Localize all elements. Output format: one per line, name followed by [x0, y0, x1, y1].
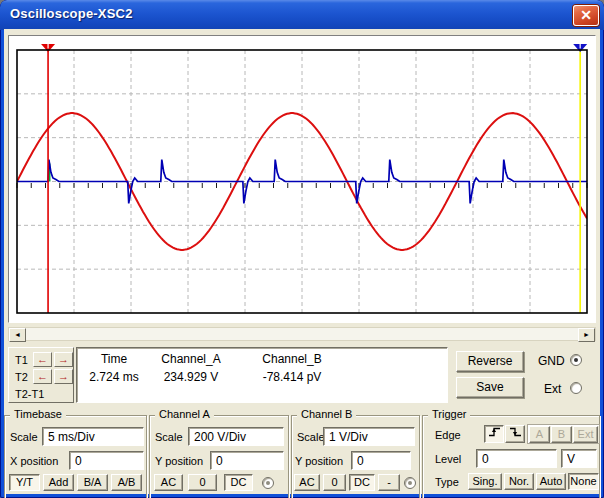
channel-a-ypos-input[interactable]	[210, 451, 284, 470]
channel-b-zero-button[interactable]: 0	[323, 474, 346, 491]
trigger-type-auto-button[interactable]: Auto	[536, 473, 566, 490]
scroll-left-button[interactable]: ◄	[9, 328, 26, 342]
t2-right-button[interactable]: →	[54, 369, 73, 384]
readout-value-row: 2.724 ms 234.929 V -78.414 pV	[77, 370, 447, 384]
trigger-source-b-button[interactable]: B	[551, 426, 572, 443]
gnd-radio-dot	[574, 358, 578, 362]
readout-header-channel-a: Channel_A	[151, 352, 231, 366]
gnd-label: GND	[538, 354, 565, 368]
trigger-type-sing-button[interactable]: Sing.	[468, 473, 502, 490]
channel-a-scale-input[interactable]	[188, 427, 284, 446]
window-title: Oscilloscope-XSC2	[10, 6, 133, 21]
t2-label: T2	[15, 371, 28, 383]
reverse-button[interactable]: Reverse	[456, 351, 524, 372]
readout-header-channel-b: Channel_B	[231, 352, 353, 366]
trigger-level-label: Level	[435, 453, 461, 465]
ext-radio[interactable]	[570, 382, 582, 394]
channel-b-indicator-radio[interactable]	[404, 477, 416, 489]
t2-t1-label: T2-T1	[15, 388, 44, 400]
trigger-group: Trigger Edge A B Ext Level	[422, 415, 600, 498]
channel-a-legend: Channel A	[155, 408, 214, 420]
channel-a-indicator-radio[interactable]	[262, 477, 274, 489]
channel-b-ypos-label: Y position	[295, 455, 343, 467]
oscilloscope-window: Oscilloscope-XSC2 ✕ ◄ ► T1 ← → T2	[0, 0, 604, 498]
timebase-xpos-input[interactable]	[69, 451, 144, 470]
readout-channel-a-value: 234.929 V	[151, 370, 231, 384]
t2-left-arrow-icon: ←	[37, 370, 48, 382]
readout-table: Time Channel_A Channel_B 2.724 ms 234.92…	[76, 347, 448, 403]
gnd-radio[interactable]	[570, 354, 582, 366]
client-area: ◄ ► T1 ← → T2 ← → T2-T1 Time Channel_A	[4, 29, 600, 494]
timebase-ba-button[interactable]: B/A	[77, 474, 108, 491]
screen: { "window": { "title": "Oscilloscope-XSC…	[0, 0, 604, 498]
trigger-source-group: A B Ext	[527, 424, 600, 444]
timebase-ab-button[interactable]: A/B	[111, 474, 142, 491]
t1-left-arrow-icon: ←	[37, 353, 48, 365]
readout-channel-b-value: -78.414 pV	[231, 370, 353, 384]
t2-left-button[interactable]: ←	[33, 369, 52, 384]
channel-a-dc-button[interactable]: DC	[224, 474, 253, 491]
save-button[interactable]: Save	[456, 377, 524, 398]
channel-a-ac-button[interactable]: AC	[154, 474, 183, 491]
channel-b-ac-button[interactable]: AC	[294, 474, 320, 491]
channel-b-dc-button[interactable]: DC	[349, 474, 375, 491]
channel-b-scale-input[interactable]	[323, 427, 415, 446]
timebase-yt-button[interactable]: Y/T	[9, 474, 40, 491]
channel-b-ypos-input[interactable]	[351, 451, 411, 470]
trigger-type-label: Type	[435, 476, 459, 488]
ext-label: Ext	[544, 382, 561, 396]
channel-a-group: Channel A Scale Y position AC 0 DC	[149, 415, 289, 498]
t1-left-button[interactable]: ←	[33, 352, 52, 367]
t2-right-arrow-icon: →	[58, 370, 69, 382]
channel-b-legend: Channel B	[297, 408, 356, 420]
channel-a-ypos-label: Y position	[155, 455, 203, 467]
close-icon: ✕	[580, 7, 592, 23]
channel-a-indicator-dot	[266, 481, 270, 485]
title-bar[interactable]: Oscilloscope-XSC2 ✕	[0, 0, 604, 30]
close-button[interactable]: ✕	[573, 5, 599, 26]
trigger-level-unit-input[interactable]	[561, 449, 597, 468]
horizontal-scrollbar[interactable]: ◄ ►	[8, 327, 596, 341]
trigger-edge-label: Edge	[435, 429, 461, 441]
timebase-add-button[interactable]: Add	[43, 474, 74, 491]
timebase-group: Timebase Scale X position Y/T Add B/A A/…	[4, 415, 147, 498]
trigger-legend: Trigger	[428, 408, 470, 420]
trigger-level-input[interactable]	[476, 449, 557, 468]
readout-header-time: Time	[77, 352, 151, 366]
t1-right-arrow-icon: →	[58, 353, 69, 365]
readout-time-value: 2.724 ms	[77, 370, 151, 384]
channel-b-group: Channel B Scale Y position AC 0 DC -	[291, 415, 420, 498]
channel-b-minus-button[interactable]: -	[378, 474, 400, 491]
scroll-left-icon: ◄	[14, 331, 21, 338]
t1-right-button[interactable]: →	[54, 352, 73, 367]
trigger-falling-edge-button[interactable]	[505, 425, 525, 443]
trigger-type-none-button[interactable]: None	[568, 473, 599, 490]
channel-b-scale-label: Scale	[297, 431, 325, 443]
t1-label: T1	[15, 354, 28, 366]
trigger-rising-edge-button[interactable]	[484, 425, 504, 443]
cursor-controls: T1 ← → T2 ← → T2-T1	[8, 347, 74, 403]
trigger-source-ext-button[interactable]: Ext	[573, 426, 598, 443]
falling-edge-icon	[509, 426, 522, 438]
oscilloscope-plot	[8, 35, 596, 323]
timebase-scale-input[interactable]	[42, 427, 144, 446]
readout-header-row: Time Channel_A Channel_B	[77, 352, 447, 366]
channel-a-scale-label: Scale	[155, 431, 183, 443]
channel-a-zero-button[interactable]: 0	[188, 474, 217, 491]
rising-edge-icon	[488, 426, 501, 438]
timebase-scale-label: Scale	[10, 431, 38, 443]
scroll-right-button[interactable]: ►	[578, 328, 595, 342]
channel-b-indicator-dot	[408, 481, 412, 485]
timebase-legend: Timebase	[10, 408, 66, 420]
scroll-right-icon: ►	[583, 331, 590, 338]
trigger-source-a-button[interactable]: A	[529, 426, 550, 443]
timebase-xpos-label: X position	[10, 455, 58, 467]
trigger-type-nor-button[interactable]: Nor.	[504, 473, 534, 490]
